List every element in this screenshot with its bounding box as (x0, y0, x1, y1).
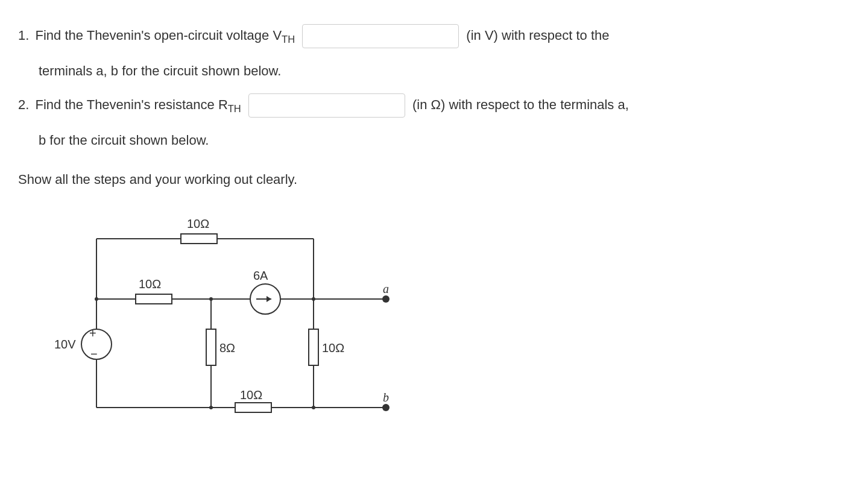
svg-rect-19 (309, 329, 318, 365)
svg-point-33 (312, 406, 315, 409)
svg-point-28 (382, 404, 390, 411)
resistor-top-label: 10Ω (187, 217, 209, 230)
question-2-text-before: Find the Thevenin's resistance R (35, 97, 227, 112)
resistor-left-mid-label: 10Ω (139, 277, 161, 291)
svg-point-30 (209, 297, 213, 301)
svg-point-31 (312, 297, 315, 301)
terminal-a-label: a (383, 282, 389, 295)
question-2-text-after: (in Ω) with respect to the terminals a, (412, 97, 629, 112)
question-2-subscript: TH (228, 103, 241, 114)
svg-rect-1 (181, 234, 217, 244)
svg-point-32 (209, 406, 213, 409)
question-1-text-after: (in V) with respect to the (466, 28, 609, 43)
circuit-diagram: 10Ω 10Ω 8Ω 6A a (48, 209, 837, 444)
svg-point-29 (95, 297, 98, 301)
instruction-text: Show all the steps and your working out … (18, 169, 837, 190)
question-1-line1: 1. Find the Thevenin's open-circuit volt… (18, 24, 837, 48)
voltage-source-label: 10V (54, 338, 76, 351)
resistor-right-vert-label: 10Ω (322, 341, 344, 354)
voltage-plus: + (89, 327, 96, 340)
question-1-text-before: Find the Thevenin's open-circuit voltage… (35, 28, 282, 43)
svg-point-17 (382, 295, 390, 303)
question-1-number: 1. (18, 28, 29, 43)
problem-text: 1. Find the Thevenin's open-circuit volt… (18, 24, 837, 151)
question-2-line2: b for the circuit shown below. (18, 130, 837, 151)
resistor-center-label: 8Ω (219, 341, 235, 354)
resistor-bottom-label: 10Ω (240, 388, 262, 402)
current-source-label: 6A (253, 269, 268, 282)
question-1-line2: terminals a, b for the circuit shown bel… (18, 60, 837, 81)
svg-rect-5 (136, 294, 172, 304)
vth-input[interactable] (302, 24, 459, 48)
svg-rect-25 (235, 403, 271, 412)
rth-input[interactable] (248, 93, 405, 118)
question-2-line1: 2. Find the Thevenin's resistance RTH (i… (18, 93, 837, 118)
question-2-number: 2. (18, 97, 29, 112)
voltage-minus: − (90, 347, 98, 361)
terminal-b-label: b (383, 391, 389, 404)
svg-rect-8 (206, 329, 216, 365)
question-1-subscript: TH (282, 34, 295, 45)
